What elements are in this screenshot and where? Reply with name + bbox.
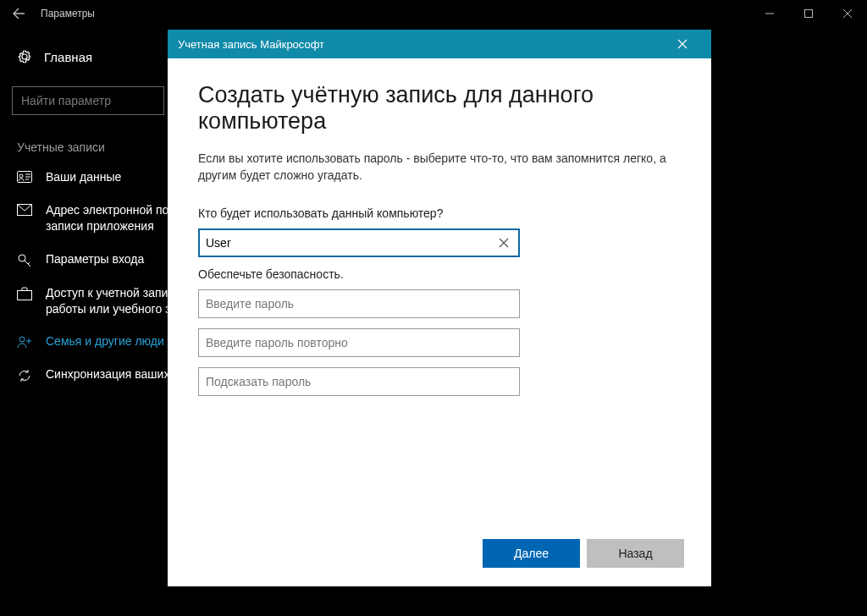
- clear-input-button[interactable]: [495, 238, 512, 248]
- maximize-icon: [804, 9, 813, 18]
- key-icon: [17, 251, 36, 268]
- close-button[interactable]: [828, 0, 867, 27]
- gear-icon: [17, 49, 32, 64]
- minimize-button[interactable]: [750, 0, 789, 27]
- window-titlebar: Параметры: [0, 0, 867, 27]
- ms-account-dialog: Учетная запись Майкрософт Создать учётну…: [168, 30, 711, 586]
- briefcase-icon: [17, 285, 36, 300]
- maximize-button[interactable]: [789, 0, 828, 27]
- back-button-label: Назад: [618, 547, 652, 560]
- question-who: Кто будет использовать данный компьютер?: [198, 206, 681, 220]
- dialog-title-text: Учетная запись Майкрософт: [178, 38, 324, 51]
- next-button-label: Далее: [514, 547, 549, 560]
- svg-rect-0: [805, 10, 813, 18]
- next-button[interactable]: Далее: [483, 539, 580, 568]
- sync-icon: [17, 366, 36, 383]
- arrow-left-icon: [12, 7, 25, 20]
- dialog-close-button[interactable]: [677, 39, 701, 49]
- svg-point-2: [19, 174, 23, 178]
- password-field-wrapper: [198, 289, 520, 318]
- back-button[interactable]: [0, 7, 37, 20]
- dialog-heading: Создать учётную запись для данного компь…: [198, 82, 681, 135]
- mail-icon: [17, 202, 36, 216]
- svg-rect-5: [18, 290, 32, 300]
- password-hint-field-wrapper: [198, 367, 520, 396]
- person-card-icon: [17, 169, 36, 183]
- password-hint-input[interactable]: [206, 375, 512, 388]
- dialog-intro: Если вы хотите использовать пароль - выб…: [198, 150, 672, 184]
- search-input[interactable]: [12, 86, 164, 115]
- username-input[interactable]: [206, 236, 495, 250]
- minimize-icon: [765, 9, 774, 18]
- back-button[interactable]: Назад: [587, 539, 684, 568]
- window-title: Параметры: [41, 8, 95, 19]
- close-icon: [843, 9, 852, 18]
- svg-point-4: [19, 255, 25, 261]
- sidebar-item-label: Ваши данные: [46, 169, 121, 185]
- add-user-icon: [17, 333, 36, 349]
- sidebar-item-label: Параметры входа: [46, 251, 144, 267]
- password-input[interactable]: [206, 297, 512, 311]
- password-confirm-field-wrapper: [198, 328, 520, 357]
- password-confirm-input[interactable]: [206, 336, 512, 349]
- close-icon: [677, 39, 688, 49]
- close-icon: [499, 238, 509, 248]
- sidebar-item-label: Семья и другие люди: [46, 333, 164, 349]
- username-field-wrapper: [198, 228, 520, 257]
- question-security: Обеспечьте безопасность.: [198, 267, 681, 281]
- dialog-titlebar: Учетная запись Майкрософт: [168, 30, 711, 58]
- sidebar-home-label: Главная: [44, 50, 92, 64]
- svg-point-6: [19, 337, 25, 342]
